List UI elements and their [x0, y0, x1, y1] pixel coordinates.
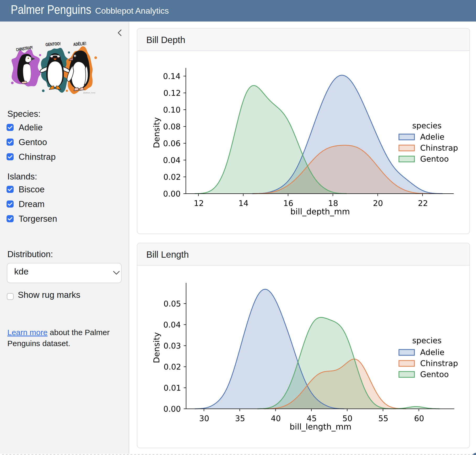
svg-text:GENTOO!: GENTOO! [45, 41, 61, 47]
svg-text:@allison_horst: @allison_horst [83, 92, 95, 94]
svg-text:ADĒLIE!: ADĒLIE! [73, 41, 86, 47]
